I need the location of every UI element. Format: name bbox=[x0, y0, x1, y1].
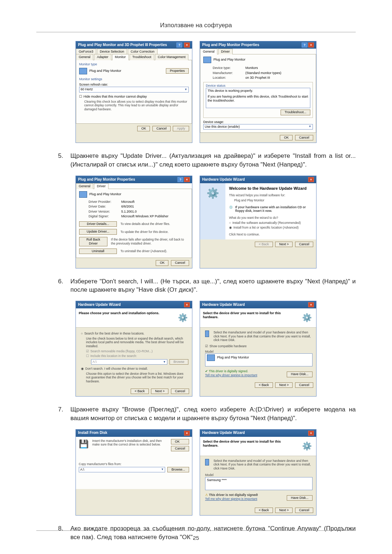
cancel-button[interactable]: Cancel bbox=[295, 242, 313, 247]
footer-rule bbox=[36, 530, 356, 531]
install-from-disk-dialog: Install From Disk× 💾 Insert the manufact… bbox=[75, 429, 192, 516]
tab-color-management[interactable]: Color Management bbox=[155, 54, 189, 60]
back-button[interactable]: < Back bbox=[131, 389, 149, 394]
tab-driver[interactable]: Driver bbox=[218, 49, 233, 54]
tab-monitor[interactable]: Monitor bbox=[112, 54, 129, 60]
warning-icon: ⚠ bbox=[205, 493, 208, 497]
browse-button[interactable]: Browse... bbox=[167, 467, 189, 472]
radio-auto[interactable]: ○ bbox=[229, 221, 231, 225]
close-icon[interactable]: × bbox=[308, 177, 314, 182]
rollback-button[interactable]: Roll Back Driver bbox=[79, 237, 107, 247]
manufacturer-key: Manufacturer: bbox=[213, 71, 242, 75]
model-listbox[interactable]: Samsung **** bbox=[205, 477, 313, 490]
uninstall-button[interactable]: Uninstall bbox=[79, 249, 117, 254]
cancel-button[interactable]: Cancel bbox=[295, 508, 313, 513]
next-button[interactable]: Next > bbox=[151, 389, 168, 394]
tab-driver[interactable]: Driver bbox=[94, 183, 109, 189]
continue-text: Click Next to continue. bbox=[229, 233, 313, 237]
cancel-button[interactable]: Cancel bbox=[171, 389, 189, 394]
path-dropdown[interactable]: A:\▼ bbox=[79, 467, 165, 472]
tab-troubleshoot[interactable]: Troubleshoot bbox=[130, 54, 154, 60]
refresh-rate-label: Screen refresh rate: bbox=[79, 83, 189, 87]
location-dropdown: A:\▼ bbox=[91, 359, 167, 365]
opt-search-desc: Use the check boxes below to limit or ex… bbox=[86, 337, 188, 348]
step-7: 7. Щракнете върху "Browse (Преглед)", сл… bbox=[58, 405, 356, 423]
help-icon[interactable]: ? bbox=[176, 42, 182, 48]
have-disk-button[interactable]: Have Disk... bbox=[287, 372, 313, 377]
close-icon[interactable]: × bbox=[184, 42, 190, 48]
hide-modes-checkbox[interactable]: ☐ bbox=[79, 95, 82, 99]
chevron-down-icon: ▼ bbox=[184, 88, 187, 91]
dialog-title: Install From Disk bbox=[78, 431, 107, 435]
step-number: 7. bbox=[58, 405, 66, 423]
chk-compatible-label: Show compatible hardware bbox=[209, 344, 247, 348]
close-icon[interactable]: × bbox=[184, 177, 190, 182]
back-button[interactable]: < Back bbox=[255, 508, 273, 513]
location-value: A:\ bbox=[93, 360, 97, 364]
close-icon[interactable]: × bbox=[308, 302, 314, 307]
close-icon[interactable]: × bbox=[184, 302, 190, 307]
wizard-icon: ⚙️ bbox=[176, 311, 189, 324]
signing-link[interactable]: Tell me why driver signing is important bbox=[205, 373, 257, 377]
type-val: Monitors bbox=[245, 66, 258, 70]
wizard-heading: Select the device driver you want to ins… bbox=[203, 311, 297, 320]
cancel-button[interactable]: Cancel bbox=[152, 126, 171, 131]
troubleshoot-button[interactable]: Troubleshoot... bbox=[281, 110, 310, 115]
tab-adapter[interactable]: Adapter bbox=[94, 54, 111, 60]
tab-device-selection[interactable]: Device Selection bbox=[97, 49, 127, 54]
figure-row-4: Install From Disk× 💾 Insert the manufact… bbox=[36, 429, 356, 516]
cancel-button[interactable]: Cancel bbox=[171, 260, 189, 266]
help-icon[interactable]: ? bbox=[177, 177, 183, 182]
path-value: A:\ bbox=[80, 468, 84, 472]
chk-compatible[interactable]: ☑ bbox=[205, 344, 208, 348]
ok-button[interactable]: OK bbox=[156, 260, 168, 266]
cancel-button[interactable]: Cancel bbox=[295, 382, 313, 388]
tab-general[interactable]: General bbox=[200, 49, 217, 54]
tab-color-correction[interactable]: Color Correction bbox=[128, 49, 158, 54]
version-key: Driver Version: bbox=[89, 210, 118, 214]
update-driver-button[interactable]: Update Driver... bbox=[79, 229, 117, 234]
close-icon[interactable]: × bbox=[308, 431, 314, 436]
close-icon[interactable]: × bbox=[308, 42, 314, 48]
next-button[interactable]: Next > bbox=[275, 242, 293, 247]
tab-general[interactable]: General bbox=[76, 183, 93, 189]
help-icon[interactable]: ? bbox=[302, 42, 307, 48]
pnp-label: Plug and Play Monitor bbox=[89, 192, 121, 196]
close-icon[interactable]: × bbox=[184, 431, 190, 436]
tab-geforce[interactable]: GeForce3 bbox=[76, 49, 96, 54]
wizard-helps-text: This wizard helps you install software f… bbox=[229, 193, 313, 197]
ok-button[interactable]: OK bbox=[171, 439, 189, 444]
radio-list[interactable]: ◉ bbox=[229, 226, 232, 230]
status-help-text: If you are having problems with this dev… bbox=[208, 95, 309, 103]
monitor-properties-general-dialog: Plug and Play Monitor Properties ?× Gene… bbox=[200, 41, 317, 143]
cancel-button[interactable]: Cancel bbox=[171, 446, 189, 451]
date-val: 6/6/2001 bbox=[121, 205, 134, 209]
ok-button[interactable]: OK bbox=[137, 126, 150, 131]
rollback-text: If the device fails after updating the d… bbox=[111, 238, 189, 245]
floppy-icon: 💾 bbox=[79, 439, 89, 449]
version-val: 5.1.2001.0 bbox=[121, 210, 137, 214]
monitor-settings-label: Monitor settings bbox=[79, 77, 189, 81]
next-button[interactable]: Next > bbox=[275, 382, 293, 388]
refresh-rate-dropdown[interactable]: 60 Hertz▼ bbox=[79, 87, 189, 92]
tab-general[interactable]: General bbox=[76, 54, 93, 60]
step-number: 6. bbox=[58, 277, 66, 295]
have-disk-button[interactable]: Have Disk... bbox=[287, 495, 313, 501]
properties-button[interactable]: Properties bbox=[166, 68, 189, 74]
chevron-down-icon: ▼ bbox=[161, 468, 164, 471]
dialog-title: Plug and Play Monitor Properties bbox=[78, 177, 135, 182]
model-listbox[interactable]: Plug and Play Monitor bbox=[205, 353, 313, 366]
header-rule bbox=[36, 32, 356, 32]
next-button[interactable]: Next > bbox=[275, 508, 293, 513]
display-properties-dialog: Plug and Play Monitor and 3D Prophet III… bbox=[75, 41, 192, 143]
cancel-button[interactable]: Cancel bbox=[295, 135, 313, 140]
device-usage-dropdown[interactable]: Use this device (enable)▼ bbox=[203, 124, 313, 130]
radio-search[interactable]: ○ bbox=[81, 332, 83, 336]
signing-link[interactable]: Tell me why driver signing is important bbox=[205, 497, 258, 501]
ok-button[interactable]: OK bbox=[280, 135, 293, 140]
hide-modes-description: Clearing this check box allows you to se… bbox=[84, 100, 189, 111]
radio-dont-search[interactable]: ◉ bbox=[81, 367, 84, 371]
driver-details-button[interactable]: Driver Details... bbox=[79, 221, 117, 227]
apply-button: Apply bbox=[173, 126, 189, 131]
back-button[interactable]: < Back bbox=[255, 382, 273, 388]
